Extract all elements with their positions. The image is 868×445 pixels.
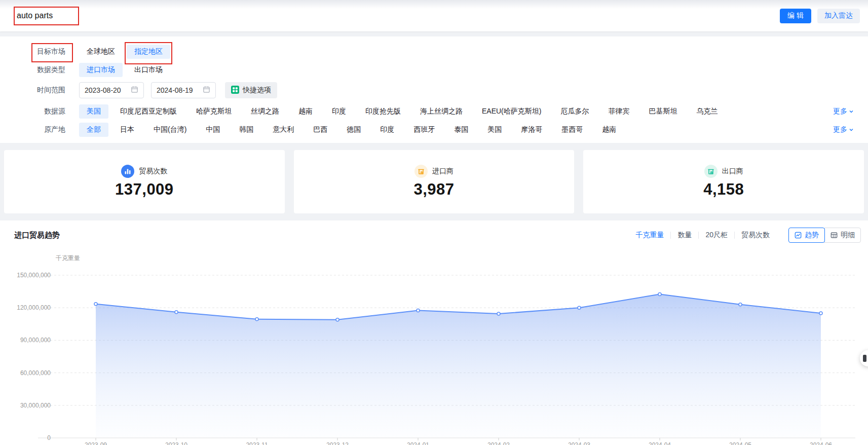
- data-point[interactable]: [578, 306, 581, 309]
- importer-icon: [414, 165, 428, 178]
- filter-option[interactable]: 印度抢先版: [358, 104, 408, 119]
- stat-label: 出口商: [722, 167, 743, 176]
- annotation-box-target-market: 目标市场: [37, 47, 65, 56]
- more-link-data-source[interactable]: 更多: [833, 107, 854, 116]
- trend-view-icon: [795, 232, 802, 239]
- filter-options-data-type: 进口市场出口市场: [79, 63, 174, 77]
- filter-option[interactable]: 全部: [79, 123, 108, 137]
- filter-option[interactable]: 越南: [291, 104, 320, 119]
- add-to-radar-button[interactable]: 加入雷达: [817, 9, 860, 23]
- data-point[interactable]: [497, 312, 500, 315]
- filter-option[interactable]: 美国: [480, 123, 509, 137]
- filter-option[interactable]: 海上丝绸之路: [412, 104, 470, 119]
- metric-tabs: 千克重量数量20尺柜贸易次数: [629, 231, 776, 240]
- data-point[interactable]: [819, 312, 822, 315]
- filter-option[interactable]: 韩国: [232, 123, 261, 137]
- start-date-value: 2023-08-20: [85, 86, 121, 94]
- filter-option[interactable]: 菲律宾: [600, 104, 637, 119]
- data-point[interactable]: [336, 318, 339, 321]
- end-date-input[interactable]: 2024-08-19: [151, 82, 216, 98]
- data-point[interactable]: [94, 303, 97, 306]
- chart-title: 进口贸易趋势: [14, 231, 60, 240]
- filter-option[interactable]: 厄瓜多尔: [553, 104, 596, 119]
- stat-card-exporters: 出口商4,158: [583, 150, 864, 213]
- filter-option[interactable]: 泰国: [446, 123, 476, 137]
- x-tick-label: 2024-03: [568, 441, 590, 445]
- filter-row-time-range: 时间范围 2023-08-20 2024-08-19 快捷选项: [8, 82, 860, 98]
- filter-option[interactable]: 摩洛哥: [513, 123, 550, 137]
- end-date-value: 2024-08-19: [157, 86, 193, 94]
- filter-option[interactable]: 西班牙: [406, 123, 442, 137]
- calendar-icon: [131, 86, 138, 95]
- filter-label-data-source: 数据源: [8, 107, 65, 116]
- filter-option[interactable]: 进口市场: [79, 63, 123, 77]
- table-view-icon: [831, 232, 838, 239]
- filter-option[interactable]: 指定地区: [127, 45, 170, 59]
- stat-card-importers: 进口商3,987: [294, 150, 575, 213]
- quick-options-button[interactable]: 快捷选项: [225, 82, 277, 98]
- chart-header: 进口贸易趋势 千克重量数量20尺柜贸易次数 趋势明细: [0, 220, 868, 243]
- x-tick-label: 2024-05: [729, 441, 751, 445]
- filter-option[interactable]: 中国(台湾): [146, 123, 194, 137]
- trend-chart[interactable]: 030,000,00060,000,00090,000,000120,000,0…: [0, 220, 868, 445]
- grid-green-icon: [231, 86, 239, 95]
- stat-card-trade-count: 贸易次数137,009: [4, 150, 285, 213]
- filter-option[interactable]: 印度尼西亚定制版: [112, 104, 184, 119]
- filter-option[interactable]: 日本: [112, 123, 142, 137]
- filter-option[interactable]: 中国: [198, 123, 228, 137]
- edit-button[interactable]: 编 辑: [780, 9, 811, 23]
- more-link-origin[interactable]: 更多: [833, 125, 854, 134]
- view-tab-detail[interactable]: 明细: [824, 228, 861, 243]
- top-bar: auto parts 编 辑 加入雷达: [0, 0, 868, 31]
- filter-option[interactable]: 乌克兰: [689, 104, 725, 119]
- filter-option[interactable]: 巴基斯坦: [641, 104, 685, 119]
- filter-option[interactable]: 印度: [372, 123, 402, 137]
- filter-options-data-source: 美国印度尼西亚定制版哈萨克斯坦丝绸之路越南印度印度抢先版海上丝绸之路EAEU(哈…: [79, 104, 729, 119]
- start-date-input[interactable]: 2023-08-20: [79, 82, 144, 98]
- filter-option[interactable]: 越南: [594, 123, 624, 137]
- filter-option[interactable]: EAEU(哈萨克斯坦): [474, 104, 549, 119]
- data-point[interactable]: [417, 309, 420, 312]
- y-tick-label: 90,000,000: [20, 337, 51, 344]
- bar-chart-icon: [121, 165, 134, 178]
- filter-options-origin: 全部日本中国(台湾)中国韩国意大利巴西德国印度西班牙泰国美国摩洛哥墨西哥越南: [79, 123, 628, 137]
- filter-option[interactable]: 全球地区: [79, 45, 123, 59]
- data-point[interactable]: [255, 318, 258, 321]
- filter-row-origin: 原产地 全部日本中国(台湾)中国韩国意大利巴西德国印度西班牙泰国美国摩洛哥墨西哥…: [8, 123, 860, 137]
- trend-chart-card: 进口贸易趋势 千克重量数量20尺柜贸易次数 趋势明细 030,000,00060…: [0, 220, 868, 445]
- filter-option[interactable]: 意大利: [265, 123, 301, 137]
- filter-label-target-market: 目标市场: [8, 47, 65, 56]
- more-label: 更多: [833, 107, 847, 116]
- filter-option[interactable]: 美国: [79, 104, 108, 119]
- view-tab-trend[interactable]: 趋势: [788, 228, 825, 243]
- calendar-icon: [203, 86, 210, 95]
- metric-tab[interactable]: 千克重量: [629, 231, 670, 240]
- x-tick-label: 2023-11: [246, 441, 268, 445]
- view-toggle: 趋势明细: [788, 228, 861, 243]
- filter-option[interactable]: 哈萨克斯坦: [188, 104, 239, 119]
- stat-value: 4,158: [703, 180, 744, 199]
- filter-row-target-market: 目标市场 全球地区指定地区: [8, 45, 860, 59]
- metric-tab[interactable]: 数量: [671, 231, 698, 240]
- filter-option[interactable]: 德国: [339, 123, 368, 137]
- metric-tab[interactable]: 贸易次数: [735, 231, 776, 240]
- stat-label: 进口商: [432, 167, 454, 176]
- filter-option[interactable]: 出口市场: [127, 63, 170, 77]
- chevron-down-icon: [849, 126, 854, 134]
- filter-label-data-type: 数据类型: [8, 65, 65, 75]
- filter-option[interactable]: 印度: [324, 104, 354, 119]
- chart-controls: 千克重量数量20尺柜贸易次数 趋势明细: [629, 228, 861, 243]
- filter-option[interactable]: 丝绸之路: [243, 104, 287, 119]
- metric-tab[interactable]: 20尺柜: [699, 231, 734, 240]
- data-point[interactable]: [658, 292, 661, 295]
- data-point[interactable]: [175, 311, 178, 314]
- data-point[interactable]: [739, 303, 742, 306]
- filter-option[interactable]: 墨西哥: [554, 123, 590, 137]
- filter-option[interactable]: 巴西: [306, 123, 335, 137]
- x-tick-label: 2023-10: [165, 441, 187, 445]
- y-tick-label: 30,000,000: [20, 402, 51, 409]
- stat-value: 3,987: [413, 180, 454, 199]
- filter-row-data-type: 数据类型 进口市场出口市场: [8, 63, 860, 77]
- y-tick-label: 150,000,000: [17, 272, 51, 279]
- search-keyword[interactable]: auto parts: [17, 11, 53, 20]
